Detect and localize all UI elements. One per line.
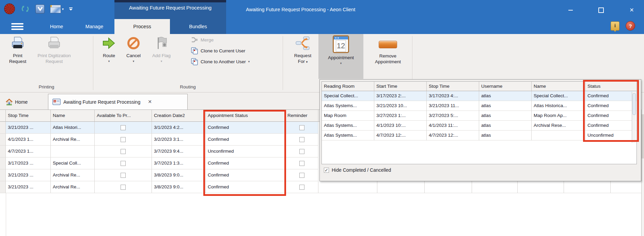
printer-disabled-icon [46, 35, 62, 51]
window-title: Awaiting Future Request Processing - Aeo… [246, 7, 355, 12]
popup-col-start-time[interactable]: Start Time [374, 82, 427, 91]
request-card-icon: A [52, 99, 61, 105]
appointment-row[interactable]: Atlas Systems... 3/21/2023 10... 3/21/20… [322, 101, 637, 111]
reminder-checkbox[interactable] [299, 125, 304, 130]
dropdown-caret-icon: ▾ [108, 60, 110, 63]
dropdown-caret-icon: ▾ [133, 60, 135, 63]
popup-scrollbar[interactable] [632, 92, 636, 143]
remove-appointment-button[interactable]: Remove Appointment [367, 35, 409, 83]
popup-scrollbar-thumb[interactable] [632, 93, 636, 115]
minimize-button[interactable] [565, 5, 576, 15]
clone-to-current-user-button[interactable]: Clone to Current User [191, 46, 245, 55]
col-header-stop-time[interactable]: Stop Time [6, 109, 51, 122]
clone-icon [191, 47, 198, 54]
available-checkbox[interactable] [121, 125, 126, 130]
remove-appointment-icon [379, 41, 397, 48]
contextual-tab-label: Awaiting Future Request Processing [114, 5, 226, 11]
hide-completed-row: ✓ Hide Completed / Cancelled [324, 167, 391, 173]
available-checkbox[interactable] [121, 161, 126, 166]
merge-button[interactable]: Merge [191, 35, 214, 44]
reminder-checkbox[interactable] [299, 149, 304, 154]
available-checkbox[interactable] [121, 185, 126, 190]
tab-home[interactable]: Home [41, 19, 72, 34]
qat-overflow-icon[interactable] [69, 7, 73, 11]
contextual-tab-strip [114, 0, 226, 2]
print-digitization-request-button[interactable]: Print Digitization Request [33, 35, 76, 83]
col-header-reminder[interactable]: Reminder [285, 109, 318, 122]
doc-tab-home[interactable]: Home [5, 96, 28, 108]
aeon-client-window: Awaiting Future Request Processing Await… [0, 0, 644, 236]
available-checkbox[interactable] [121, 173, 126, 178]
appointment-list: Reading Room Start Time Stop Time Userna… [321, 81, 637, 164]
aeon-logo-icon[interactable] [4, 3, 15, 14]
appointment-row[interactable]: Map Room 3/27/2023 1:... 3/27/2023 5:...… [322, 111, 637, 121]
col-header-appointment-status[interactable]: Appointment Status [206, 109, 285, 122]
dropdown-caret-icon: ▾ [161, 60, 162, 63]
request-for-button[interactable]: Request For ▾ [288, 35, 318, 83]
add-flag-button[interactable]: Add Flag ▾ [147, 35, 176, 83]
popup-col-status[interactable]: Status [585, 82, 637, 91]
request-for-icon [295, 35, 311, 51]
printing-group-label: Printing [0, 84, 93, 89]
app-menu-button[interactable] [10, 22, 25, 31]
svg-text:A: A [54, 100, 56, 102]
cancel-button[interactable]: Cancel ▾ [123, 35, 144, 83]
maximize-button[interactable] [595, 5, 607, 15]
quick-access-toolbar: ▾ [0, 1, 73, 16]
info-balloon-icon[interactable]: i [611, 21, 619, 31]
popup-col-stop-time[interactable]: Stop Time [427, 82, 479, 91]
close-icon: ✕ [629, 7, 634, 13]
tab-process[interactable]: Process [114, 19, 170, 34]
reminder-checkbox[interactable] [299, 173, 304, 178]
print-request-button[interactable]: Print Request [4, 35, 31, 83]
reminder-checkbox[interactable] [299, 161, 304, 166]
appointment-row[interactable]: Special Collect... 3/17/2023 2:... 3/17/… [322, 91, 637, 101]
close-button[interactable]: ✕ [626, 5, 638, 15]
clone-icon [191, 58, 198, 65]
group-separator [93, 36, 93, 90]
dropdown-caret-icon: ▾ [306, 60, 308, 64]
group-separator [283, 36, 283, 90]
reminder-checkbox[interactable] [299, 185, 304, 190]
row-indicator-header [0, 109, 6, 122]
available-checkbox[interactable] [121, 137, 126, 142]
appointment-row[interactable]: Atlas Systems... 4/1/2023 10:... 4/1/202… [322, 121, 637, 131]
appointment-button[interactable]: 12 Appointment ▾ [318, 34, 363, 79]
dropdown-caret-icon: ▾ [248, 60, 250, 63]
route-button[interactable]: Route ▾ [98, 35, 120, 83]
appointment-row[interactable]: Atlas Systems... 4/7/2023 12:... 4/7/202… [322, 131, 637, 140]
refresh-icon[interactable] [20, 4, 30, 14]
table-row[interactable]: 3/21/2023 ... Archival Re... 3/8/2023 9:… [0, 181, 641, 193]
chevron-box-icon[interactable] [35, 4, 45, 14]
popup-col-username[interactable]: Username [479, 82, 532, 91]
available-checkbox[interactable] [121, 149, 126, 154]
popup-col-name[interactable]: Name [532, 82, 585, 91]
help-icon[interactable]: ? [626, 21, 635, 31]
printer-icon [10, 35, 26, 51]
window-menu-button[interactable]: ▾ [50, 5, 64, 13]
cancel-icon [126, 35, 141, 51]
col-header-name[interactable]: Name [51, 109, 95, 122]
tab-bundles[interactable]: Bundles [170, 19, 226, 34]
flag-disabled-icon [154, 35, 169, 51]
col-header-available[interactable]: Available To Pr... [95, 109, 152, 122]
help-icons: i ? [611, 21, 635, 31]
dropdown-caret-icon: ▾ [340, 62, 342, 65]
window-icon [50, 5, 61, 13]
col-header-creation-date[interactable]: Creation Date2 [152, 109, 206, 122]
scrollbar-thumb[interactable] [642, 114, 644, 158]
grid-left-guide [6, 193, 6, 236]
merge-disabled-icon [191, 36, 198, 44]
hide-completed-checkbox[interactable]: ✓ [324, 168, 329, 173]
hide-completed-label: Hide Completed / Cancelled [332, 167, 391, 173]
reminder-checkbox[interactable] [299, 137, 304, 142]
appointment-dropdown-panel: Reading Room Start Time Stop Time Userna… [319, 79, 641, 181]
popup-col-reading-room[interactable]: Reading Room [322, 82, 374, 91]
clone-to-another-user-button[interactable]: Clone to Another User ▾ [191, 57, 250, 66]
doc-tab-awaiting-future-request-processing[interactable]: A Awaiting Future Request Processing ✕ [48, 94, 188, 109]
maximize-icon [598, 7, 604, 13]
tab-manage[interactable]: Manage [76, 19, 113, 34]
routing-group-label: Routing [93, 84, 283, 89]
tab-close-icon[interactable]: ✕ [148, 99, 152, 105]
calendar-icon: 12 [333, 35, 349, 53]
